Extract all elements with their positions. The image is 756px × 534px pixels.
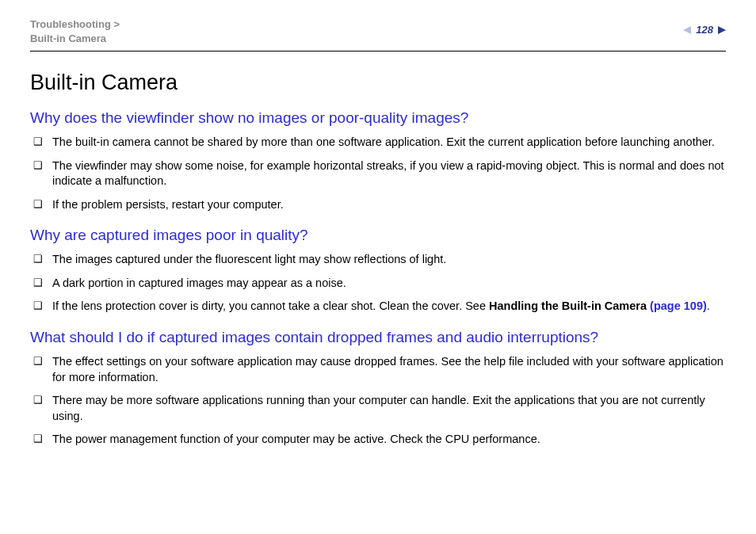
page-header: Troubleshooting > Built-in Camera 128 (30, 17, 726, 48)
list-item: The effect settings on your software app… (30, 354, 726, 385)
list-item: The images captured under the fluorescen… (30, 252, 726, 268)
list-item-text: There may be more software applications … (52, 394, 705, 422)
list-item-text: A dark portion in captured images may ap… (52, 277, 346, 289)
list-item: If the problem persists, restart your co… (30, 197, 726, 213)
list-item-text: The viewfinder may show some noise, for … (52, 159, 724, 188)
reference-title: Handling the Built-in Camera (489, 299, 650, 312)
content-sections: Why does the viewfinder show no images o… (30, 109, 726, 448)
answer-list: The built-in camera cannot be shared by … (30, 135, 726, 212)
breadcrumb-current: Built-in Camera (30, 32, 120, 46)
answer-list: The images captured under the fluorescen… (30, 252, 726, 315)
list-item: The built-in camera cannot be shared by … (30, 135, 726, 151)
list-item-text: The built-in camera cannot be shared by … (52, 135, 715, 148)
document-page: Troubleshooting > Built-in Camera 128 Bu… (0, 0, 756, 534)
breadcrumb-section: Troubleshooting > (30, 17, 120, 32)
list-item-text: The effect settings on your software app… (52, 355, 724, 383)
page-navigation: 128 (683, 24, 726, 36)
header-divider (30, 51, 726, 51)
list-item: The viewfinder may show some noise, for … (30, 158, 726, 189)
list-item: If the lens protection cover is dirty, y… (30, 299, 726, 315)
prev-page-icon[interactable] (683, 26, 691, 34)
list-item-text: The power management function of your co… (52, 433, 540, 445)
list-item: The power management function of your co… (30, 432, 726, 448)
next-page-icon[interactable] (718, 26, 726, 34)
breadcrumb: Troubleshooting > Built-in Camera (30, 17, 120, 45)
list-item-text: If the lens protection cover is dirty, y… (52, 299, 489, 312)
list-item: A dark portion in captured images may ap… (30, 276, 726, 292)
page-title: Built-in Camera (30, 71, 726, 95)
list-item: There may be more software applications … (30, 393, 726, 424)
list-item-text: If the problem persists, restart your co… (52, 198, 284, 211)
question-heading: Why does the viewfinder show no images o… (30, 109, 726, 127)
page-number: 128 (696, 24, 713, 36)
list-item-text: The images captured under the fluorescen… (52, 253, 446, 265)
answer-list: The effect settings on your software app… (30, 354, 726, 448)
question-heading: Why are captured images poor in quality? (30, 227, 726, 244)
reference-page-link[interactable]: (page 109) (650, 299, 707, 312)
list-item-trail: . (707, 299, 710, 312)
question-heading: What should I do if captured images cont… (30, 329, 726, 346)
